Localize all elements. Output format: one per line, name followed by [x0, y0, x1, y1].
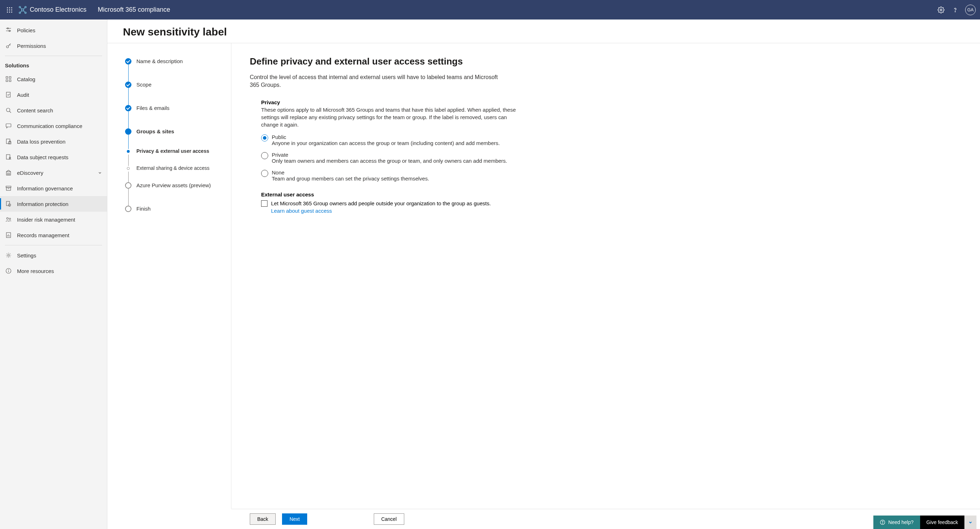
avatar-initials: GA — [967, 8, 973, 13]
chevron-down-icon — [98, 170, 102, 176]
svg-point-19 — [955, 11, 955, 12]
step-azure-purview[interactable]: Azure Purview assets (preview) — [125, 182, 220, 206]
svg-point-12 — [25, 12, 26, 13]
svg-line-14 — [21, 8, 22, 9]
privacy-option-public[interactable]: Public Anyone in your organization can a… — [261, 134, 516, 146]
app-header: Contoso Electronics Microsoft 365 compli… — [0, 0, 980, 19]
people-risk-icon — [5, 216, 12, 223]
svg-rect-46 — [6, 201, 10, 206]
external-guest-checkbox-row[interactable]: Let Microsoft 365 Group owners add peopl… — [261, 200, 516, 215]
nav-more-resources[interactable]: More resources — [0, 263, 107, 279]
external-access-section: External user access Let Microsoft 365 G… — [261, 191, 516, 215]
step-groups-sites[interactable]: Groups & sites — [125, 128, 220, 148]
svg-line-25 — [8, 44, 11, 46]
nav-ediscovery[interactable]: eDiscovery — [0, 165, 107, 180]
radio-icon[interactable] — [261, 152, 268, 159]
learn-guest-access-link[interactable]: Learn about guest access — [271, 208, 332, 214]
wizard-form: Define privacy and external user access … — [231, 43, 980, 509]
nav-data-subject-requests[interactable]: Data subject requests — [0, 149, 107, 165]
nav-label: Data loss prevention — [17, 139, 65, 145]
svg-rect-27 — [6, 76, 8, 78]
wizard-footer: Back Next Cancel — [231, 509, 980, 529]
back-button[interactable]: Back — [250, 513, 276, 525]
external-heading: External user access — [261, 191, 516, 198]
substep-external-sharing[interactable]: External sharing & device access — [125, 165, 220, 182]
svg-point-48 — [9, 218, 11, 220]
form-intro: Control the level of access that interna… — [250, 73, 505, 89]
nav-records-management[interactable]: Records management — [0, 227, 107, 243]
svg-point-10 — [25, 6, 26, 8]
nav-label: Data subject requests — [17, 154, 68, 160]
nav-catalog[interactable]: Catalog — [0, 71, 107, 87]
feedback-label: Give feedback — [926, 519, 958, 525]
nav-communication-compliance[interactable]: Communication compliance — [0, 118, 107, 134]
nav-information-protection[interactable]: Information protection — [0, 196, 107, 212]
nav-data-loss-prevention[interactable]: Data loss prevention — [0, 134, 107, 149]
nav-information-governance[interactable]: Information governance — [0, 180, 107, 196]
nav-insider-risk-management[interactable]: Insider risk management — [0, 212, 107, 227]
privacy-section: Privacy These options apply to all Micro… — [261, 99, 516, 182]
substep-current-icon — [127, 150, 130, 153]
privacy-option-private[interactable]: Private Only team owners and members can… — [261, 152, 516, 164]
nav-label: Insider risk management — [17, 217, 75, 223]
cancel-button[interactable]: Cancel — [374, 513, 404, 525]
app-title: Microsoft 365 compliance — [98, 6, 170, 13]
nav-label: eDiscovery — [17, 170, 43, 176]
nav-audit[interactable]: Audit — [0, 87, 107, 102]
svg-point-32 — [6, 108, 10, 112]
nav-label: More resources — [17, 268, 54, 274]
privacy-desc: These options apply to all Microsoft 365… — [261, 106, 516, 128]
step-finish[interactable]: Finish — [125, 206, 220, 213]
nav-label: Permissions — [17, 43, 46, 49]
archive-icon — [5, 185, 12, 192]
nav-label: Information governance — [17, 185, 73, 191]
search-icon — [5, 107, 12, 114]
svg-line-15 — [23, 8, 25, 9]
radio-icon[interactable] — [261, 170, 268, 177]
checkbox-label: Let Microsoft 365 Group owners add peopl… — [271, 200, 491, 206]
user-avatar[interactable]: GA — [965, 5, 976, 15]
need-help-button[interactable]: Need help? — [873, 516, 920, 529]
give-feedback-button[interactable]: Give feedback — [920, 516, 965, 529]
helper-collapse-button[interactable] — [964, 516, 977, 529]
svg-point-2 — [11, 7, 13, 8]
svg-rect-44 — [6, 188, 11, 190]
svg-point-58 — [882, 523, 883, 524]
nav-label: Catalog — [17, 76, 35, 82]
svg-point-47 — [7, 218, 8, 220]
next-button[interactable]: Next — [282, 513, 307, 525]
wizard-stepper: Name & description Scope Files & emails … — [107, 43, 231, 509]
step-scope[interactable]: Scope — [125, 81, 220, 105]
checkbox-icon[interactable] — [261, 200, 267, 207]
nav-content-search[interactable]: Content search — [0, 102, 107, 118]
form-heading: Define privacy and external user access … — [250, 56, 962, 67]
radio-title: Private — [272, 152, 516, 158]
substep-privacy-external[interactable]: Privacy & external user access — [125, 148, 220, 165]
svg-line-17 — [23, 11, 25, 13]
sliders-icon — [5, 27, 12, 34]
left-nav: Policies Permissions Solutions Catalog A… — [0, 19, 107, 529]
settings-gear-icon[interactable] — [934, 3, 948, 17]
step-complete-icon — [125, 81, 132, 88]
step-files-emails[interactable]: Files & emails — [125, 105, 220, 128]
need-help-label: Need help? — [888, 519, 914, 525]
svg-rect-28 — [9, 76, 11, 78]
nav-policies[interactable]: Policies — [0, 22, 107, 38]
privacy-option-none[interactable]: None Team and group members can set the … — [261, 169, 516, 182]
document-lock-icon — [5, 138, 12, 145]
nav-label: Records management — [17, 232, 70, 238]
radio-selected-icon[interactable] — [261, 134, 268, 142]
nav-label: Audit — [17, 92, 29, 98]
nav-permissions[interactable]: Permissions — [0, 38, 107, 54]
step-name-description[interactable]: Name & description — [125, 58, 220, 81]
app-launcher-icon[interactable] — [4, 5, 15, 15]
page-title-bar: New sensitivity label — [107, 19, 980, 43]
help-icon[interactable] — [948, 3, 962, 17]
main-content: New sensitivity label Name & description… — [107, 19, 980, 529]
building-icon — [5, 169, 12, 176]
svg-line-33 — [10, 112, 11, 113]
chat-icon — [5, 122, 12, 129]
substep-future-icon — [127, 167, 130, 170]
org-logo[interactable]: Contoso Electronics — [18, 6, 86, 14]
nav-settings[interactable]: Settings — [0, 247, 107, 263]
